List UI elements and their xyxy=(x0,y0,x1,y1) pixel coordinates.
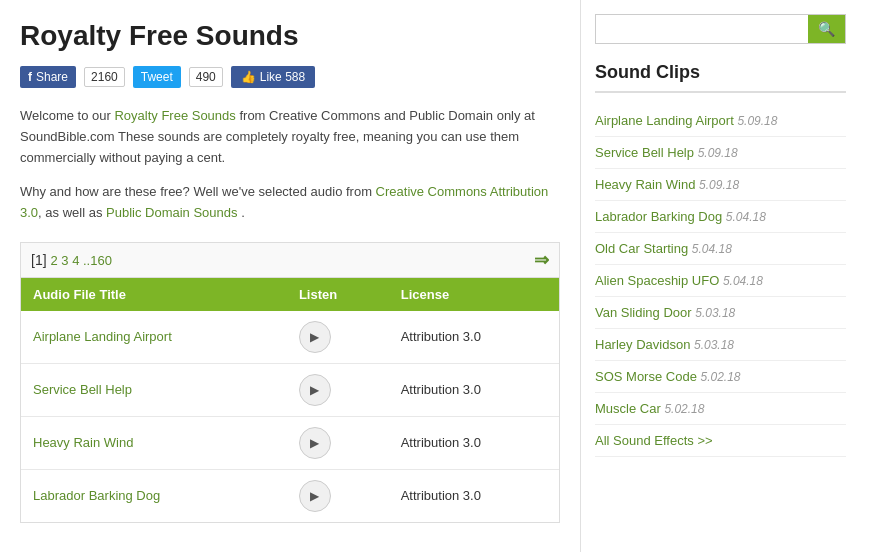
sidebar-item-link-9[interactable]: Muscle Car xyxy=(595,401,661,416)
fb-count: 2160 xyxy=(84,67,125,87)
sidebar-item-link-2[interactable]: Heavy Rain Wind xyxy=(595,177,695,192)
col-header-title: Audio File Title xyxy=(21,278,287,311)
sidebar-list-item: Muscle Car 5.02.18 xyxy=(595,393,846,425)
public-domain-link[interactable]: Public Domain Sounds xyxy=(106,205,238,220)
sidebar-item-link-8[interactable]: SOS Morse Code xyxy=(595,369,697,384)
table-row: Heavy Rain Wind ▶ Attribution 3.0 xyxy=(21,416,559,469)
row-license-2: Attribution 3.0 xyxy=(389,416,559,469)
sidebar-list-item: Old Car Starting 5.04.18 xyxy=(595,233,846,265)
audio-table: Audio File Title Listen License Airplane… xyxy=(21,278,559,522)
search-box: 🔍 xyxy=(595,14,846,44)
sidebar-item-date-8: 5.02.18 xyxy=(701,370,741,384)
row-listen-3: ▶ xyxy=(287,469,389,522)
sidebar-item-date-3: 5.04.18 xyxy=(726,210,766,224)
sidebar-item-date-7: 5.03.18 xyxy=(694,338,734,352)
page-title: Royalty Free Sounds xyxy=(20,20,560,52)
social-bar: f Share 2160 Tweet 490 👍 Like 588 xyxy=(20,66,560,88)
sidebar-item-link-1[interactable]: Service Bell Help xyxy=(595,145,694,160)
next-page-arrow[interactable]: ⇒ xyxy=(534,249,549,271)
play-button-0[interactable]: ▶ xyxy=(299,321,331,353)
search-input[interactable] xyxy=(596,15,808,43)
row-title-1: Service Bell Help xyxy=(21,363,287,416)
twitter-tweet-button[interactable]: Tweet xyxy=(133,66,181,88)
all-effects-item: All Sound Effects >> xyxy=(595,425,846,457)
row-listen-1: ▶ xyxy=(287,363,389,416)
all-sound-effects-link[interactable]: All Sound Effects >> xyxy=(595,433,713,448)
sidebar-list-item: SOS Morse Code 5.02.18 xyxy=(595,361,846,393)
table-nav: [1] 2 3 4 ..160 ⇒ xyxy=(21,243,559,278)
audio-table-wrapper: [1] 2 3 4 ..160 ⇒ Audio File Title Liste… xyxy=(20,242,560,523)
intro-paragraph-2: Why and how are these free? Well we've s… xyxy=(20,182,560,224)
play-button-3[interactable]: ▶ xyxy=(299,480,331,512)
sidebar: 🔍 Sound Clips Airplane Landing Airport 5… xyxy=(580,0,860,552)
audio-link-3[interactable]: Labrador Barking Dog xyxy=(33,488,160,503)
table-row: Service Bell Help ▶ Attribution 3.0 xyxy=(21,363,559,416)
sidebar-item-date-0: 5.09.18 xyxy=(737,114,777,128)
row-license-1: Attribution 3.0 xyxy=(389,363,559,416)
royalty-free-sounds-link[interactable]: Royalty Free Sounds xyxy=(114,108,235,123)
row-listen-2: ▶ xyxy=(287,416,389,469)
row-title-3: Labrador Barking Dog xyxy=(21,469,287,522)
sidebar-item-date-6: 5.03.18 xyxy=(695,306,735,320)
sidebar-item-link-5[interactable]: Alien Spaceship UFO xyxy=(595,273,719,288)
sidebar-list-item: Harley Davidson 5.03.18 xyxy=(595,329,846,361)
tw-count: 490 xyxy=(189,67,223,87)
audio-link-0[interactable]: Airplane Landing Airport xyxy=(33,329,172,344)
sidebar-item-date-1: 5.09.18 xyxy=(698,146,738,160)
row-license-3: Attribution 3.0 xyxy=(389,469,559,522)
sidebar-list-item: Alien Spaceship UFO 5.04.18 xyxy=(595,265,846,297)
row-title-2: Heavy Rain Wind xyxy=(21,416,287,469)
sound-clips-list: Airplane Landing Airport 5.09.18Service … xyxy=(595,105,846,457)
sidebar-item-link-3[interactable]: Labrador Barking Dog xyxy=(595,209,722,224)
intro-paragraph-1: Welcome to our Royalty Free Sounds from … xyxy=(20,106,560,168)
creative-commons-link[interactable]: Creative Commons Attribution 3.0 xyxy=(20,184,548,220)
sidebar-list-item: Airplane Landing Airport 5.09.18 xyxy=(595,105,846,137)
tw-label: Tweet xyxy=(141,70,173,84)
search-button[interactable]: 🔍 xyxy=(808,15,845,43)
like-label: Like 588 xyxy=(260,70,305,84)
fb-share-label: Share xyxy=(36,70,68,84)
play-button-1[interactable]: ▶ xyxy=(299,374,331,406)
table-row: Labrador Barking Dog ▶ Attribution 3.0 xyxy=(21,469,559,522)
like-icon: 👍 xyxy=(241,70,256,84)
col-header-license: License xyxy=(389,278,559,311)
facebook-icon: f xyxy=(28,70,32,84)
sidebar-title: Sound Clips xyxy=(595,62,846,93)
facebook-like-button[interactable]: 👍 Like 588 xyxy=(231,66,315,88)
col-header-listen: Listen xyxy=(287,278,389,311)
audio-link-1[interactable]: Service Bell Help xyxy=(33,382,132,397)
sidebar-item-date-9: 5.02.18 xyxy=(664,402,704,416)
sidebar-list-item: Service Bell Help 5.09.18 xyxy=(595,137,846,169)
sidebar-item-date-5: 5.04.18 xyxy=(723,274,763,288)
sidebar-item-link-4[interactable]: Old Car Starting xyxy=(595,241,688,256)
row-listen-0: ▶ xyxy=(287,311,389,364)
table-row: Airplane Landing Airport ▶ Attribution 3… xyxy=(21,311,559,364)
row-license-0: Attribution 3.0 xyxy=(389,311,559,364)
sidebar-item-date-4: 5.04.18 xyxy=(692,242,732,256)
search-icon: 🔍 xyxy=(818,21,835,37)
sidebar-item-link-6[interactable]: Van Sliding Door xyxy=(595,305,692,320)
play-button-2[interactable]: ▶ xyxy=(299,427,331,459)
sidebar-item-link-0[interactable]: Airplane Landing Airport xyxy=(595,113,734,128)
table-pagination: [1] 2 3 4 ..160 xyxy=(31,252,112,268)
row-title-0: Airplane Landing Airport xyxy=(21,311,287,364)
facebook-share-button[interactable]: f Share xyxy=(20,66,76,88)
main-content: Royalty Free Sounds f Share 2160 Tweet 4… xyxy=(0,0,580,552)
sidebar-list-item: Labrador Barking Dog 5.04.18 xyxy=(595,201,846,233)
audio-link-2[interactable]: Heavy Rain Wind xyxy=(33,435,133,450)
sidebar-item-date-2: 5.09.18 xyxy=(699,178,739,192)
sidebar-item-link-7[interactable]: Harley Davidson xyxy=(595,337,690,352)
sidebar-list-item: Van Sliding Door 5.03.18 xyxy=(595,297,846,329)
current-page: [1] xyxy=(31,252,47,268)
sidebar-list-item: Heavy Rain Wind 5.09.18 xyxy=(595,169,846,201)
pagination-links[interactable]: 2 3 4 ..160 xyxy=(50,253,111,268)
